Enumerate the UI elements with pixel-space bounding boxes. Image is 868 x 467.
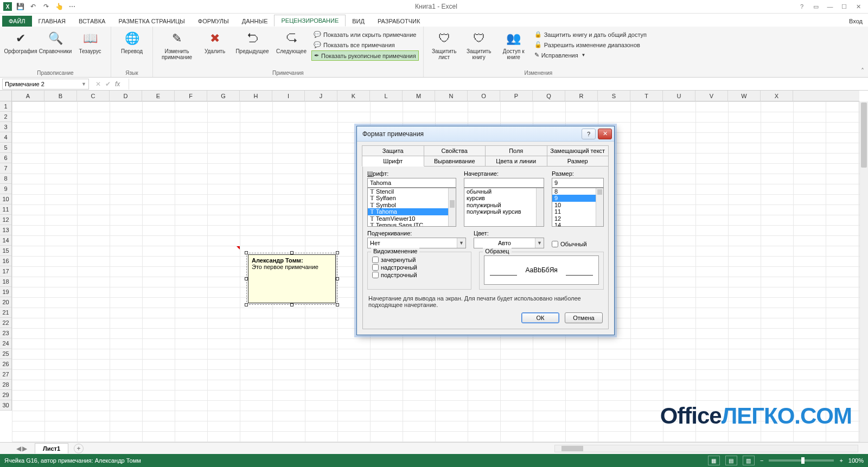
col-header[interactable]: E bbox=[142, 91, 175, 101]
dlg-tab-protection[interactable]: Защита bbox=[362, 145, 424, 156]
tab-home[interactable]: ГЛАВНАЯ bbox=[32, 16, 72, 27]
accept-formula-icon[interactable]: ✔ bbox=[105, 80, 111, 88]
col-header[interactable]: H bbox=[240, 91, 272, 101]
show-ink-comments-button[interactable]: ✒Показать рукописные примечания bbox=[311, 50, 419, 61]
tab-page-layout[interactable]: РАЗМЕТКА СТРАНИЦЫ bbox=[112, 16, 191, 27]
row-header[interactable]: 22 bbox=[0, 318, 11, 328]
subscript-checkbox[interactable]: подстрочный bbox=[372, 272, 467, 278]
font-input[interactable] bbox=[367, 178, 456, 188]
qat-redo-icon[interactable]: ↷ bbox=[41, 2, 51, 11]
zoom-slider[interactable] bbox=[769, 459, 834, 462]
normal-view-icon[interactable]: ▦ bbox=[708, 456, 720, 465]
thesaurus-button[interactable]: 📖Тезаурус bbox=[74, 29, 106, 55]
row-header[interactable]: 12 bbox=[0, 215, 11, 225]
row-header[interactable]: 6 bbox=[0, 153, 11, 163]
zoom-level[interactable]: 100% bbox=[848, 457, 864, 464]
protect-workbook-button[interactable]: 🛡Защитить книгу bbox=[463, 29, 495, 61]
dialog-titlebar[interactable]: Формат примечания ? ✕ bbox=[357, 126, 614, 142]
row-header[interactable]: 9 bbox=[0, 184, 11, 194]
row-header[interactable]: 13 bbox=[0, 225, 11, 235]
column-headers[interactable]: ABCDEFGHIJKLMNOPQRSTUVWX bbox=[12, 91, 859, 101]
col-header[interactable]: G bbox=[207, 91, 240, 101]
size-input[interactable] bbox=[552, 178, 604, 188]
col-header[interactable]: B bbox=[44, 91, 77, 101]
col-header[interactable]: N bbox=[435, 91, 468, 101]
style-option[interactable]: курсив bbox=[464, 195, 544, 201]
row-header[interactable]: 11 bbox=[0, 204, 11, 215]
allow-ranges-button[interactable]: 🔓Разрешить изменение диапазонов bbox=[532, 40, 649, 49]
dlg-tab-size[interactable]: Размер bbox=[547, 156, 609, 167]
chevron-down-icon[interactable]: ▼ bbox=[535, 238, 544, 248]
col-header[interactable]: A bbox=[12, 91, 44, 101]
qat-more-icon[interactable]: ⋯ bbox=[67, 2, 77, 11]
col-header[interactable]: V bbox=[695, 91, 728, 101]
row-header[interactable]: 2 bbox=[0, 112, 11, 122]
page-break-view-icon[interactable]: ▥ bbox=[743, 456, 755, 465]
page-layout-view-icon[interactable]: ▤ bbox=[725, 456, 737, 465]
row-header[interactable]: 16 bbox=[0, 256, 11, 266]
col-header[interactable]: I bbox=[272, 91, 305, 101]
tab-developer[interactable]: РАЗРАБОТЧИК bbox=[371, 16, 426, 27]
col-header[interactable]: P bbox=[500, 91, 533, 101]
col-header[interactable]: R bbox=[565, 91, 598, 101]
next-comment-button[interactable]: ⮎Следующее bbox=[273, 29, 309, 55]
sheet-tab[interactable]: Лист1 bbox=[35, 443, 68, 453]
track-changes-button[interactable]: ✎Исправления▼ bbox=[532, 50, 649, 60]
toggle-comment-button[interactable]: 💬Показать или скрыть примечание bbox=[311, 30, 419, 39]
font-option[interactable]: 𝕋 Sylfaen bbox=[368, 195, 456, 201]
tab-formulas[interactable]: ФОРМУЛЫ bbox=[192, 16, 235, 27]
font-option[interactable]: 𝕋 Stencil bbox=[368, 188, 456, 195]
prev-comment-button[interactable]: ⮌Предыдущее bbox=[233, 29, 271, 55]
font-listbox[interactable]: 𝕋 Stencil𝕋 Sylfaen𝕋 Symbol𝕋 Tahoma𝕋 Team… bbox=[367, 188, 456, 227]
tab-review[interactable]: РЕЦЕНЗИРОВАНИЕ bbox=[274, 15, 346, 27]
chevron-down-icon[interactable]: ▼ bbox=[81, 81, 86, 87]
col-header[interactable]: W bbox=[728, 91, 761, 101]
dlg-tab-margins[interactable]: Поля bbox=[485, 145, 547, 156]
col-header[interactable]: M bbox=[403, 91, 435, 101]
translate-button[interactable]: 🌐Перевод bbox=[116, 29, 148, 55]
show-all-comments-button[interactable]: 💬Показать все примечания bbox=[311, 40, 419, 49]
dlg-tab-properties[interactable]: Свойства bbox=[424, 145, 486, 156]
row-header[interactable]: 4 bbox=[0, 132, 11, 143]
row-header[interactable]: 21 bbox=[0, 308, 11, 318]
strikethrough-checkbox[interactable]: зачеркнутый bbox=[372, 257, 467, 263]
dlg-tab-alt-text[interactable]: Замещающий текст bbox=[547, 145, 609, 156]
horizontal-scrollbar[interactable] bbox=[554, 445, 858, 452]
col-header[interactable]: D bbox=[110, 91, 142, 101]
research-button[interactable]: 🔍Справочники bbox=[39, 29, 72, 55]
help-icon[interactable]: ? bbox=[795, 2, 808, 11]
edit-comment-button[interactable]: ✎Изменить примечание bbox=[157, 29, 196, 61]
col-header[interactable]: F bbox=[175, 91, 207, 101]
tab-view[interactable]: ВИД bbox=[346, 16, 371, 27]
ok-button[interactable]: ОК bbox=[521, 312, 559, 323]
underline-combo[interactable]: Нет▼ bbox=[367, 238, 466, 248]
cancel-formula-icon[interactable]: ✕ bbox=[95, 80, 101, 88]
row-header[interactable]: 24 bbox=[0, 338, 11, 349]
zoom-in-icon[interactable]: + bbox=[839, 457, 843, 464]
row-header[interactable]: 30 bbox=[0, 400, 11, 411]
superscript-checkbox[interactable]: надстрочный bbox=[372, 264, 467, 271]
row-header[interactable]: 7 bbox=[0, 163, 11, 174]
add-sheet-button[interactable]: + bbox=[74, 444, 84, 453]
row-header[interactable]: 23 bbox=[0, 328, 11, 338]
name-box[interactable]: Примечание 2▼ bbox=[2, 79, 89, 89]
protect-share-button[interactable]: 🔒Защитить книгу и дать общий доступ bbox=[532, 30, 649, 39]
col-header[interactable]: L bbox=[370, 91, 403, 101]
maximize-icon[interactable]: ☐ bbox=[838, 2, 851, 11]
col-header[interactable]: S bbox=[598, 91, 630, 101]
color-combo[interactable]: Авто▼ bbox=[474, 238, 544, 248]
row-header[interactable]: 1 bbox=[0, 101, 11, 112]
chevron-down-icon[interactable]: ▼ bbox=[457, 238, 465, 248]
font-option[interactable]: 𝕋 Symbol bbox=[368, 202, 456, 208]
row-header[interactable]: 14 bbox=[0, 235, 11, 246]
row-headers[interactable]: 1234567891011121314151617181920212223242… bbox=[0, 101, 12, 411]
tab-insert[interactable]: ВСТАВКА bbox=[72, 16, 112, 27]
qat-undo-icon[interactable]: ↶ bbox=[28, 2, 38, 11]
zoom-out-icon[interactable]: − bbox=[760, 457, 763, 464]
share-workbook-button[interactable]: 👥Доступ к книге bbox=[497, 29, 530, 61]
comment-box[interactable]: Александр Томм: Это первое примечание bbox=[248, 254, 336, 303]
style-listbox[interactable]: обычныйкурсивполужирныйполужирный курсив bbox=[464, 188, 544, 227]
cancel-button[interactable]: Отмена bbox=[565, 312, 603, 323]
protect-sheet-button[interactable]: 🛡Защитить лист bbox=[428, 29, 461, 61]
col-header[interactable]: X bbox=[761, 91, 793, 101]
